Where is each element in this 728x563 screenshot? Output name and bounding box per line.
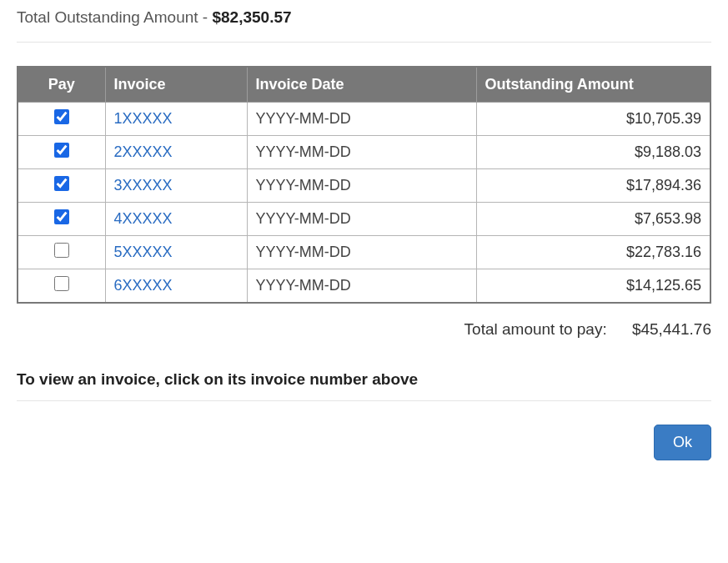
amount-cell: $14,125.65 <box>476 269 710 304</box>
date-cell: YYYY-MM-DD <box>247 236 476 269</box>
invoice-link[interactable]: 3XXXXX <box>114 177 173 194</box>
table-row: 2XXXXXYYYY-MM-DD$9,188.03 <box>18 136 710 169</box>
invoice-cell: 5XXXXX <box>105 236 247 269</box>
table-row: 1XXXXXYYYY-MM-DD$10,705.39 <box>18 103 710 136</box>
date-cell: YYYY-MM-DD <box>247 136 476 169</box>
total-to-pay: Total amount to pay: $45,441.76 <box>17 320 711 339</box>
amount-cell: $9,188.03 <box>476 136 710 169</box>
pay-cell <box>18 103 105 136</box>
pay-checkbox[interactable] <box>54 176 69 191</box>
amount-cell: $22,783.16 <box>476 236 710 269</box>
invoice-table: Pay Invoice Invoice Date Outstanding Amo… <box>17 66 711 304</box>
actions: Ok <box>17 425 711 460</box>
outstanding-label: Total Outstanding Amount - <box>17 8 212 26</box>
pay-cell <box>18 236 105 269</box>
invoice-link[interactable]: 6XXXXX <box>114 277 173 294</box>
divider <box>17 42 711 43</box>
invoice-link[interactable]: 5XXXXX <box>114 244 173 260</box>
pay-checkbox[interactable] <box>54 276 69 291</box>
divider-bottom <box>17 400 711 401</box>
pay-checkbox[interactable] <box>54 243 69 258</box>
help-text: To view an invoice, click on its invoice… <box>17 370 711 389</box>
th-pay: Pay <box>18 67 105 103</box>
ok-button[interactable]: Ok <box>654 425 711 460</box>
th-outstanding: Outstanding Amount <box>476 67 710 103</box>
date-cell: YYYY-MM-DD <box>247 103 476 136</box>
th-date: Invoice Date <box>247 67 476 103</box>
invoice-cell: 2XXXXX <box>105 136 247 169</box>
pay-checkbox[interactable] <box>54 209 69 224</box>
invoice-cell: 6XXXXX <box>105 269 247 304</box>
invoice-cell: 4XXXXX <box>105 203 247 236</box>
table-row: 6XXXXXYYYY-MM-DD$14,125.65 <box>18 269 710 304</box>
date-cell: YYYY-MM-DD <box>247 169 476 203</box>
outstanding-amount: $82,350.57 <box>212 8 291 26</box>
date-cell: YYYY-MM-DD <box>247 269 476 304</box>
total-amount: $45,441.76 <box>620 320 711 339</box>
amount-cell: $10,705.39 <box>476 103 710 136</box>
invoice-cell: 1XXXXX <box>105 103 247 136</box>
pay-cell <box>18 169 105 203</box>
table-row: 3XXXXXYYYY-MM-DD$17,894.36 <box>18 169 710 203</box>
invoice-cell: 3XXXXX <box>105 169 247 203</box>
pay-cell <box>18 269 105 304</box>
outstanding-summary: Total Outstanding Amount - $82,350.57 <box>17 8 711 27</box>
pay-cell <box>18 136 105 169</box>
th-invoice: Invoice <box>105 67 247 103</box>
invoice-link[interactable]: 4XXXXX <box>114 210 173 227</box>
pay-checkbox[interactable] <box>54 109 69 124</box>
pay-checkbox[interactable] <box>54 143 69 158</box>
pay-cell <box>18 203 105 236</box>
invoice-link[interactable]: 2XXXXX <box>114 143 173 160</box>
amount-cell: $7,653.98 <box>476 203 710 236</box>
total-label: Total amount to pay: <box>464 320 607 338</box>
invoice-link[interactable]: 1XXXXX <box>114 110 173 127</box>
date-cell: YYYY-MM-DD <box>247 203 476 236</box>
table-row: 5XXXXXYYYY-MM-DD$22,783.16 <box>18 236 710 269</box>
amount-cell: $17,894.36 <box>476 169 710 203</box>
table-row: 4XXXXXYYYY-MM-DD$7,653.98 <box>18 203 710 236</box>
